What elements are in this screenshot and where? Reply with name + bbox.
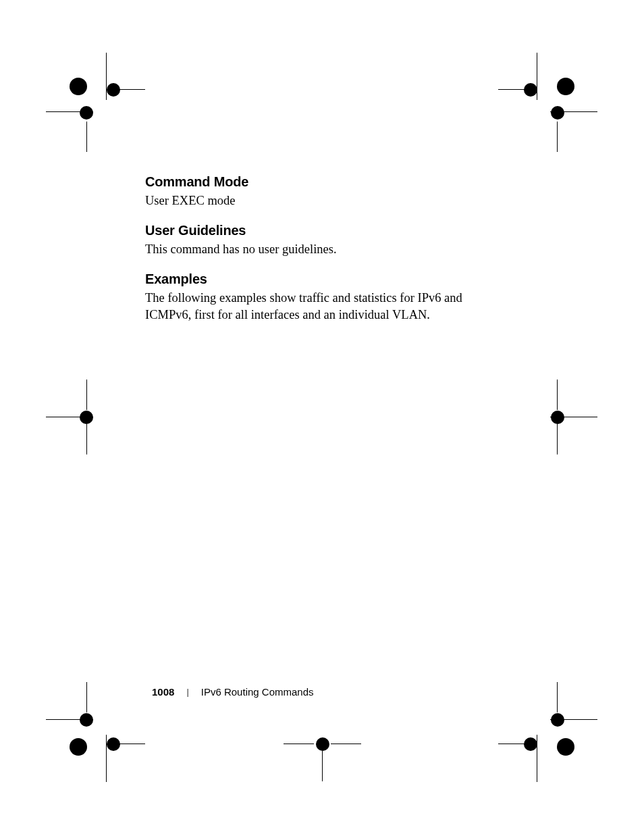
body-examples: The following examples show traffic and …	[145, 290, 510, 323]
crop-line	[557, 424, 558, 454]
crop-line	[498, 744, 529, 744]
crop-line	[498, 89, 529, 90]
page-number: 1008	[152, 686, 174, 698]
crop-line	[557, 380, 558, 410]
crop-line	[86, 380, 87, 410]
crop-line	[537, 735, 537, 782]
registration-target-icon	[65, 73, 92, 100]
crop-line	[106, 53, 107, 100]
crop-line	[331, 744, 361, 744]
heading-examples: Examples	[145, 271, 510, 287]
crop-line	[46, 417, 93, 417]
crop-line	[106, 735, 107, 782]
crop-line	[115, 744, 145, 744]
footer-separator: |	[186, 687, 188, 697]
crop-line	[86, 122, 87, 152]
heading-user-guidelines: User Guidelines	[145, 223, 510, 238]
crop-line	[557, 122, 558, 152]
page-footer: 1008 | IPv6 Routing Commands	[152, 686, 314, 698]
registration-target-icon	[552, 73, 579, 100]
crop-line	[537, 53, 537, 100]
registration-target-icon	[65, 733, 92, 760]
crop-line	[550, 719, 597, 720]
crop-line	[557, 682, 558, 712]
crop-line	[550, 417, 597, 417]
crop-line	[284, 744, 314, 744]
registration-target-icon	[552, 733, 579, 760]
body-command-mode: User EXEC mode	[145, 192, 510, 209]
crop-line	[46, 111, 93, 112]
crop-line	[115, 89, 145, 90]
crop-line	[550, 111, 597, 112]
footer-section-title: IPv6 Routing Commands	[201, 686, 314, 698]
crop-line	[86, 424, 87, 454]
page-content: Command Mode User EXEC mode User Guideli…	[145, 174, 510, 337]
crop-line	[86, 682, 87, 712]
crop-line	[322, 751, 323, 781]
crop-line	[46, 719, 93, 720]
body-user-guidelines: This command has no user guidelines.	[145, 241, 510, 258]
heading-command-mode: Command Mode	[145, 174, 510, 190]
